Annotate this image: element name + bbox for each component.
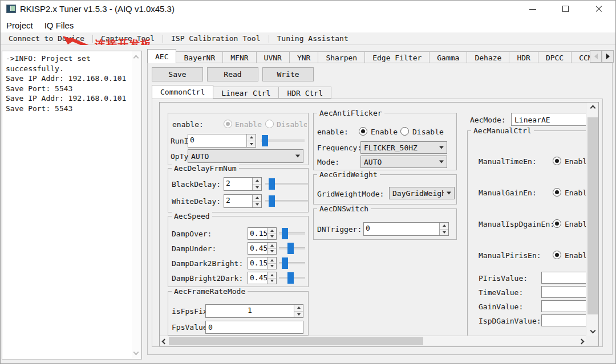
spin-down-button[interactable] bbox=[268, 249, 276, 255]
log-scrollbar[interactable] bbox=[132, 51, 141, 359]
scroll-left-button[interactable] bbox=[160, 336, 169, 346]
dampover-spinbox[interactable]: 0.15 bbox=[248, 227, 277, 240]
dampover-slider[interactable] bbox=[279, 228, 305, 239]
dampbright2dark-slider[interactable] bbox=[279, 272, 305, 284]
dampdark2bright-value[interactable]: 0.15 bbox=[248, 257, 267, 269]
menu-project[interactable]: Project bbox=[1, 19, 39, 31]
pirisvalue-input[interactable] bbox=[541, 272, 586, 284]
tab-sharpen[interactable]: Sharpen bbox=[318, 51, 365, 63]
spin-up-button[interactable] bbox=[253, 178, 261, 185]
dampunder-slider[interactable] bbox=[279, 243, 305, 254]
dampbright2dark-value[interactable]: 0.45 bbox=[248, 272, 267, 284]
optype-dropdown[interactable]: AUTO bbox=[188, 149, 303, 163]
fpsvalue-input[interactable] bbox=[205, 321, 303, 334]
whitedelay-slider[interactable] bbox=[265, 195, 308, 207]
minimize-button[interactable] bbox=[516, 1, 549, 18]
tab-hdr-ctrl[interactable]: HDR Ctrl bbox=[279, 87, 331, 99]
vertical-scrollbar[interactable] bbox=[586, 103, 598, 336]
manualtimeen-radio-enable[interactable] bbox=[553, 157, 561, 165]
menu-iq-files[interactable]: IQ Files bbox=[39, 19, 80, 31]
scroll-up-icon[interactable] bbox=[133, 55, 139, 61]
antiflicker-radio-enable[interactable] bbox=[359, 127, 367, 136]
tab-dpcc[interactable]: DPCC bbox=[538, 51, 572, 63]
vertical-scroll-thumb[interactable] bbox=[587, 117, 598, 314]
slider-thumb[interactable] bbox=[269, 195, 275, 207]
spin-up-button[interactable] bbox=[268, 243, 276, 249]
spin-down-button[interactable] bbox=[247, 141, 256, 148]
spin-down-button[interactable] bbox=[440, 230, 448, 236]
maximize-button[interactable] bbox=[549, 1, 582, 18]
gridweightmode-dropdown[interactable]: DayGridWeight bbox=[389, 187, 455, 199]
runinterval-slider[interactable] bbox=[261, 135, 305, 146]
dampdark2bright-slider[interactable] bbox=[279, 257, 305, 269]
slider-thumb[interactable] bbox=[282, 257, 288, 269]
tab-mfnr[interactable]: MFNR bbox=[223, 51, 256, 63]
slider-thumb[interactable] bbox=[262, 135, 268, 146]
tab-edge-filter[interactable]: Edge Filter bbox=[365, 51, 429, 63]
blackdelay-slider[interactable] bbox=[265, 178, 308, 190]
dntrigger-value[interactable]: 0 bbox=[364, 223, 439, 235]
spin-down-button[interactable] bbox=[268, 234, 276, 240]
tab-hdr[interactable]: HDR bbox=[509, 51, 538, 63]
spin-down-button[interactable] bbox=[268, 279, 276, 284]
spin-up-button[interactable] bbox=[268, 228, 276, 234]
blackdelay-value[interactable]: 2 bbox=[224, 178, 252, 190]
tab-aec[interactable]: AEC bbox=[147, 49, 176, 63]
isfpsfix-value[interactable]: 1 bbox=[206, 305, 294, 317]
spin-down-button[interactable] bbox=[253, 202, 261, 208]
enable-radio-disable[interactable] bbox=[265, 120, 274, 128]
close-button[interactable] bbox=[582, 1, 615, 18]
dntrigger-spinbox[interactable]: 0 bbox=[363, 222, 449, 236]
dampbright2dark-spinbox[interactable]: 0.45 bbox=[248, 272, 277, 284]
spin-down-button[interactable] bbox=[253, 185, 261, 191]
manualispdgainen-radio-enable[interactable] bbox=[553, 219, 561, 228]
antiflicker-radio-disable[interactable] bbox=[400, 127, 409, 136]
horizontal-scrollbar[interactable] bbox=[160, 336, 586, 346]
slider-thumb[interactable] bbox=[287, 243, 294, 254]
spin-down-button[interactable] bbox=[268, 264, 276, 269]
mode-dropdown[interactable]: AUTO bbox=[360, 156, 447, 168]
tab-linear-ctrl[interactable]: Linear Ctrl bbox=[213, 87, 279, 99]
tab-scroll-right-button[interactable] bbox=[602, 50, 614, 63]
scroll-down-button[interactable] bbox=[586, 325, 599, 336]
tab-dehaze[interactable]: Dehaze bbox=[467, 51, 509, 63]
scroll-right-button[interactable] bbox=[577, 336, 586, 346]
whitedelay-value[interactable]: 2 bbox=[224, 195, 252, 207]
scroll-down-icon[interactable] bbox=[133, 350, 139, 355]
timevalue-input[interactable] bbox=[541, 286, 586, 298]
horizontal-scroll-thumb[interactable] bbox=[169, 337, 423, 345]
tab-bayernr[interactable]: BayerNR bbox=[176, 51, 223, 63]
toolbar-tuning-assistant[interactable]: Tuning Assistant bbox=[269, 34, 356, 43]
dampover-value[interactable]: 0.15 bbox=[248, 228, 267, 239]
runinterval-value[interactable]: 0 bbox=[188, 134, 246, 147]
spin-up-button[interactable] bbox=[268, 257, 276, 264]
manualpirisen-radio-enable[interactable] bbox=[553, 251, 561, 259]
scroll-up-button[interactable] bbox=[586, 103, 599, 113]
read-button[interactable]: Read bbox=[207, 67, 258, 81]
spin-up-button[interactable] bbox=[253, 195, 261, 202]
slider-thumb[interactable] bbox=[287, 272, 294, 284]
whitedelay-spinbox[interactable]: 2 bbox=[224, 194, 262, 208]
dampunder-value[interactable]: 0.45 bbox=[248, 243, 267, 254]
dampunder-spinbox[interactable]: 0.45 bbox=[248, 242, 277, 255]
slider-thumb[interactable] bbox=[269, 178, 275, 190]
spin-up-button[interactable] bbox=[440, 223, 448, 230]
gainvalue-input[interactable] bbox=[541, 300, 586, 312]
tab-ccm[interactable]: CCM bbox=[572, 51, 590, 63]
isfpsfix-spinbox[interactable]: 1 bbox=[205, 304, 303, 318]
spin-up-button[interactable] bbox=[294, 305, 303, 312]
aecmode-dropdown[interactable]: LinearAE bbox=[511, 113, 586, 126]
slider-thumb[interactable] bbox=[282, 228, 288, 239]
manualgainen-radio-enable[interactable] bbox=[553, 188, 561, 197]
save-button[interactable]: Save bbox=[152, 67, 203, 81]
spin-down-button[interactable] bbox=[294, 312, 303, 318]
spin-up-button[interactable] bbox=[247, 134, 256, 141]
runinterval-spinbox[interactable]: 0 bbox=[188, 134, 256, 148]
tab-ynr[interactable]: YNR bbox=[290, 51, 318, 63]
ispdgainvalue-input[interactable] bbox=[541, 314, 586, 326]
blackdelay-spinbox[interactable]: 2 bbox=[224, 177, 262, 191]
tab-uvnr[interactable]: UVNR bbox=[257, 51, 290, 63]
dampdark2bright-spinbox[interactable]: 0.15 bbox=[248, 257, 277, 269]
enable-radio-enable[interactable] bbox=[224, 120, 232, 128]
tab-gamma[interactable]: Gamma bbox=[429, 51, 467, 63]
